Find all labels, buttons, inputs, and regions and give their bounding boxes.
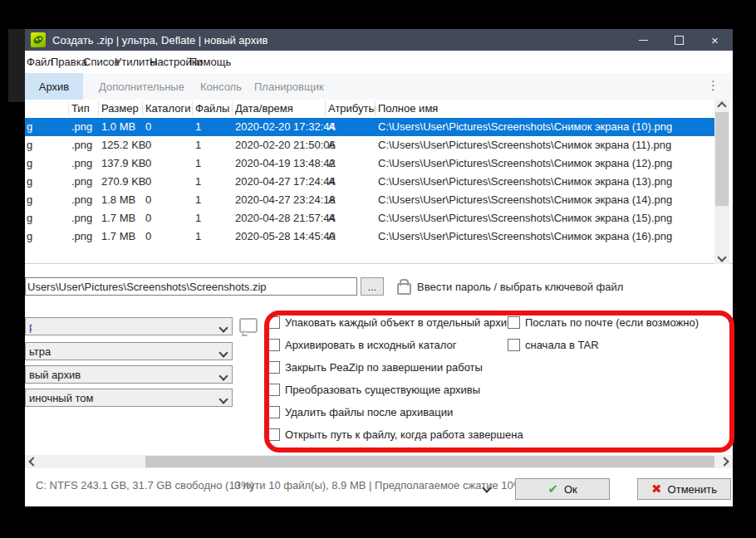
table-row[interactable]: g.png1.8 MB012020-04-27 23:24:18AC:\User…: [25, 191, 714, 209]
checkbox-icon: [508, 339, 520, 351]
table-rows: g.png1.0 MB012020-02-20 17:32:44AC:\User…: [25, 118, 714, 246]
table-row[interactable]: g.png1.0 MB012020-02-20 17:32:44AC:\User…: [25, 118, 714, 136]
checkbox-open-path-when-done[interactable]: Открыть путь к файлу, когда работа завер…: [268, 428, 523, 441]
checkbox-separate-archives[interactable]: Упаковать каждый объект в отдельный архи…: [268, 316, 513, 329]
password-link-label: Ввести пароль / выбрать ключевой файл: [417, 281, 623, 293]
password-link[interactable]: Ввести пароль / выбрать ключевой файл: [397, 279, 623, 295]
maximize-icon: [675, 36, 684, 45]
checkbox-icon: [268, 339, 280, 351]
tab-advanced[interactable]: Дополнительные: [99, 81, 184, 93]
peazip-logo-icon: [31, 32, 46, 47]
column-separator: [325, 101, 326, 116]
menu-help[interactable]: Помощь: [189, 56, 231, 68]
background-artifact-strip: [8, 29, 25, 102]
checkbox-icon: [268, 361, 280, 374]
check-icon: ✔: [547, 482, 558, 496]
ok-button[interactable]: ✔ Ок: [515, 478, 610, 500]
column-separator: [192, 101, 193, 116]
checkbox-icon: [268, 406, 280, 418]
pea-dot: [36, 38, 38, 41]
lock-icon: [397, 283, 411, 295]
tab-strip: Архив Дополнительные Консоль Планировщик…: [25, 73, 733, 100]
chevron-down-icon: [482, 483, 491, 492]
checkbox-close-peazip[interactable]: Закрыть PeaZip по завершении работы: [268, 361, 483, 374]
screenshot-canvas: { "window": { "title": "Создать .zip | у…: [0, 0, 756, 538]
column-separator: [232, 101, 233, 116]
more-options-icon[interactable]: ⋮: [707, 78, 719, 93]
table-row[interactable]: g.png1.7 MB012020-04-28 21:57:44AC:\User…: [25, 209, 714, 227]
col-attrs[interactable]: Атрибуты: [328, 102, 376, 115]
menu-list[interactable]: Список: [83, 56, 119, 68]
browse-button[interactable]: ...: [361, 277, 384, 296]
tab-scheduler[interactable]: Планировщик: [254, 81, 324, 93]
table-header: Тип Размер Каталоги Файлы Дата/время Атр…: [25, 100, 733, 118]
pea-dot: [39, 37, 42, 40]
table-row[interactable]: g.png125.2 KB012020-02-20 21:50:06AC:\Us…: [25, 136, 714, 154]
title-bar: Создать .zip | ультра, Deflate | новый а…: [25, 29, 733, 51]
maximize-button[interactable]: [661, 29, 697, 51]
file-table: Тип Размер Каталоги Файлы Дата/время Атр…: [25, 100, 733, 264]
archive-format-select[interactable]: p: [25, 317, 233, 335]
archive-mode-select[interactable]: вый архив: [25, 365, 233, 384]
vertical-scrollbar[interactable]: [714, 100, 729, 264]
vertical-scrollbar-thumb[interactable]: [715, 112, 729, 206]
checkbox-archive-to-source[interactable]: Архивировать в исходный каталог: [268, 339, 456, 351]
column-separator: [98, 101, 99, 116]
checkbox-icon: [508, 316, 520, 329]
column-separator: [375, 101, 376, 116]
chevron-down-icon: [218, 394, 228, 404]
tab-archive[interactable]: Архив: [25, 73, 83, 100]
horizontal-scrollbar-thumb[interactable]: [145, 456, 714, 467]
menu-file[interactable]: Файл: [27, 56, 53, 68]
chevron-down-icon: [218, 371, 228, 380]
scroll-right-button[interactable]: [718, 455, 731, 468]
status-disk-info: C: NTFS 243.1 GB, 31.7 GB свободно (13%): [36, 479, 254, 492]
col-size[interactable]: Размер: [101, 102, 139, 115]
col-files[interactable]: Файлы: [195, 102, 229, 115]
window-title: Создать .zip | ультра, Deflate | новый а…: [52, 34, 268, 46]
menu-edit[interactable]: Правка: [51, 56, 87, 68]
chevron-right-icon: [719, 457, 729, 466]
scroll-left-button[interactable]: [27, 455, 40, 468]
checkbox-icon: [268, 428, 280, 441]
minimize-icon: [639, 40, 648, 41]
column-separator: [142, 101, 143, 116]
close-button[interactable]: ×: [697, 29, 733, 51]
column-separator: [68, 101, 69, 116]
col-fullname[interactable]: Полное имя: [378, 102, 438, 115]
tab-console[interactable]: Консоль: [200, 81, 242, 93]
minimize-button[interactable]: [626, 29, 661, 51]
table-row[interactable]: g.png1.7 MB012020-05-28 14:45:40AC:\User…: [25, 227, 714, 246]
peazip-pea-shape: [32, 34, 44, 45]
status-archive-info: 0 пути 10 файл(ы), 8.9 MB | Предполагаем…: [234, 479, 523, 492]
col-type[interactable]: Тип: [71, 102, 90, 115]
compression-level-select[interactable]: ьтра: [25, 342, 233, 360]
scroll-down-button[interactable]: [714, 251, 729, 264]
peazip-create-archive-dialog: Создать .zip | ультра, Deflate | новый а…: [25, 29, 733, 506]
col-datetime[interactable]: Дата/время: [235, 102, 293, 115]
chevron-down-icon: [218, 323, 228, 332]
table-row[interactable]: g.png137.9 KB012020-04-19 13:48:42AC:\Us…: [25, 154, 714, 173]
scroll-up-button[interactable]: [714, 100, 729, 113]
comment-bubble-icon[interactable]: [239, 318, 258, 333]
checkbox-icon: [268, 316, 280, 329]
checkbox-icon: [268, 384, 280, 396]
horizontal-scrollbar[interactable]: [25, 455, 733, 468]
col-dirs[interactable]: Каталоги: [145, 102, 191, 115]
x-icon: ✖: [651, 482, 662, 496]
menu-bar: Файл Правка Список Утилиты Настройки Пом…: [25, 51, 733, 73]
checkbox-delete-after[interactable]: Удалить файлы после архивации: [268, 406, 453, 418]
cancel-button[interactable]: ✖ Отменить: [637, 478, 731, 500]
close-icon: ×: [711, 33, 719, 47]
chevron-left-icon: [28, 457, 37, 466]
archive-path-input[interactable]: [25, 277, 357, 296]
table-row[interactable]: g.png270.9 KB012020-04-27 17:24:44AC:\Us…: [25, 173, 714, 191]
chevron-up-icon: [717, 101, 726, 110]
volume-split-select[interactable]: иночный том: [25, 389, 233, 407]
chevron-down-icon: [717, 252, 726, 262]
checkbox-send-by-mail[interactable]: Послать по почте (если возможно): [508, 316, 699, 329]
checkbox-tar-before[interactable]: сначала в TAR: [508, 339, 599, 351]
ok-options-dropdown[interactable]: [484, 482, 490, 494]
chevron-down-icon: [218, 348, 228, 357]
checkbox-convert-existing[interactable]: Преобразовать существующие архивы: [268, 384, 480, 396]
